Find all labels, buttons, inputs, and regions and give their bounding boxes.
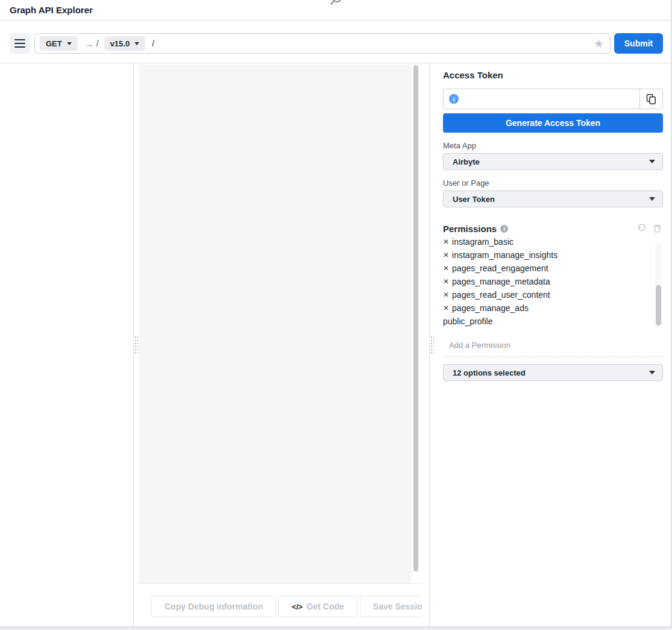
meta-app-select[interactable]: Airbyte (443, 153, 663, 170)
remove-permission-icon[interactable]: ✕ (443, 301, 449, 315)
generate-access-token-button[interactable]: Generate Access Token (443, 113, 663, 133)
hamburger-menu-button[interactable] (10, 33, 30, 54)
permission-item[interactable]: ✕ instagram_manage_insights (443, 248, 663, 262)
fields-sidebar (0, 63, 134, 626)
permission-item[interactable]: ✕ instagram_basic (443, 238, 663, 248)
permission-label: pages_read_user_content (452, 288, 550, 301)
drag-dots-icon[interactable] (430, 336, 434, 355)
permission-label: pages_read_engagement (452, 262, 548, 275)
submit-button[interactable]: Submit (614, 33, 663, 54)
access-token-panel: Access Token i Generate Access Token Met… (430, 63, 671, 626)
method-dropdown[interactable]: GET (40, 36, 78, 51)
chevron-down-icon (649, 160, 655, 163)
permissions-heading: Permissions (443, 224, 497, 234)
permissions-scrollbar-thumb[interactable] (656, 285, 661, 326)
info-icon[interactable]: i (449, 94, 459, 104)
remove-permission-icon[interactable]: ✕ (443, 248, 449, 262)
add-permission-row (443, 339, 663, 357)
access-token-row: i (443, 89, 663, 109)
chevron-down-icon (67, 42, 72, 45)
meta-app-label: Meta App (443, 141, 663, 150)
permission-item[interactable]: ✕ pages_read_user_content (443, 288, 663, 301)
permission-item[interactable]: ✕ pages_read_engagement (443, 262, 663, 275)
user-or-page-select[interactable]: User Token (443, 191, 663, 207)
remove-permission-icon[interactable]: ✕ (443, 275, 449, 288)
right-resize-handle[interactable] (422, 63, 430, 626)
undo-permissions-button[interactable] (636, 222, 648, 235)
chevron-down-icon (649, 197, 655, 201)
permission-item[interactable]: ✕ pages_manage_ads (443, 301, 663, 315)
version-dropdown[interactable]: v15.0 (104, 36, 146, 51)
graph-api-explorer-app: Graph API Explorer GET → / v15.0 ★ (0, 0, 671, 627)
remove-permission-icon[interactable]: ✕ (443, 238, 449, 248)
version-label: v15.0 (110, 39, 130, 48)
access-token-field-wrap: i (444, 89, 639, 109)
copy-debug-information-button[interactable]: Copy Debug Information (151, 596, 276, 617)
permission-label: public_profile (443, 315, 493, 328)
pre-slash: / (96, 39, 99, 48)
page-title: Graph API Explorer (10, 5, 93, 15)
response-panel: Copy Debug Information </> Get Code Save… (139, 63, 422, 626)
chevron-down-icon (649, 371, 655, 374)
method-label: GET (46, 39, 62, 48)
search-icon[interactable] (329, 0, 344, 9)
response-viewport (139, 65, 412, 583)
permission-label: instagram_basic (452, 238, 513, 248)
copy-token-button[interactable] (639, 89, 662, 109)
access-token-heading: Access Token (443, 70, 663, 80)
left-resize-handle[interactable] (134, 63, 139, 626)
hamburger-icon (14, 39, 25, 40)
permission-item[interactable]: ✕ pages_manage_metadata (443, 275, 663, 288)
copy-icon (645, 93, 657, 105)
permission-item[interactable]: public_profile (443, 315, 663, 328)
permissions-list-rows: ✕ instagram_basic ✕ instagram_manage_ins… (443, 238, 663, 328)
request-url-bar: GET → / v15.0 ★ (34, 33, 611, 54)
request-toolbar: GET → / v15.0 ★ Submit (0, 20, 671, 63)
code-icon: </> (292, 602, 302, 611)
permission-label: pages_manage_ads (452, 301, 529, 315)
clear-permissions-button[interactable] (652, 222, 663, 235)
main-area: Copy Debug Information </> Get Code Save… (0, 63, 671, 626)
user-or-page-label: User or Page (443, 178, 663, 187)
remove-permission-icon[interactable]: ✕ (443, 288, 449, 301)
request-path-input[interactable] (152, 39, 588, 48)
permissions-header: Permissions i (443, 222, 663, 235)
remove-permission-icon[interactable]: ✕ (443, 262, 449, 275)
permissions-options-select[interactable]: 12 options selected (443, 364, 663, 381)
response-footer: Copy Debug Information </> Get Code Save… (139, 583, 422, 626)
undo-icon (637, 224, 647, 233)
permission-label: pages_manage_metadata (452, 275, 550, 288)
response-scrollbar[interactable] (413, 65, 418, 572)
permission-label: instagram_manage_insights (452, 248, 557, 262)
chevron-down-icon (134, 42, 139, 45)
permissions-scrollbar-track[interactable] (655, 242, 662, 329)
drag-dots-icon (134, 336, 138, 355)
star-icon[interactable]: ★ (594, 38, 604, 49)
app-header: Graph API Explorer (0, 0, 671, 20)
access-token-input[interactable] (444, 89, 639, 109)
add-permission-input[interactable] (448, 340, 665, 350)
permissions-list: ✕ instagram_basic ✕ instagram_manage_ins… (443, 238, 663, 329)
trash-icon (653, 224, 662, 233)
get-code-button[interactable]: </> Get Code (278, 596, 357, 617)
request-arrow-icon: → (84, 39, 93, 49)
info-icon[interactable]: i (500, 225, 508, 233)
